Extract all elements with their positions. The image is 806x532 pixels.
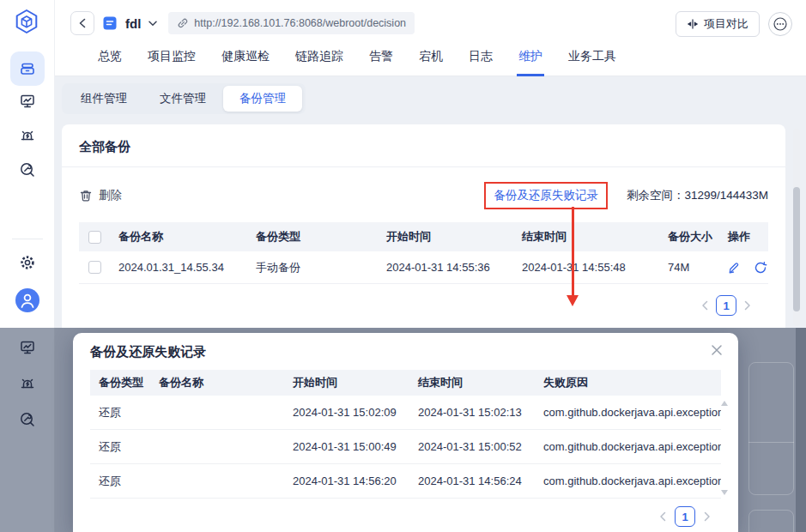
table-scroll-up-icon[interactable] — [721, 401, 728, 406]
subtab-file-mgmt[interactable]: 文件管理 — [143, 86, 222, 112]
row-checkbox[interactable] — [88, 261, 101, 274]
mcol-end-time: 结束时间 — [409, 375, 535, 390]
circle-ellipsis-icon — [773, 17, 787, 31]
mrow-reason: com.github.dockerjava.api.exception.... — [535, 440, 721, 453]
modal-table-header: 备份类型 备份名称 开始时间 结束时间 失败原因 — [90, 370, 721, 396]
gear-icon — [19, 254, 36, 271]
wrench-magnifier-icon — [19, 411, 36, 428]
sidebar-item-settings[interactable] — [19, 254, 36, 271]
col-backup-type: 备份类型 — [247, 229, 378, 245]
app-logo-icon — [13, 8, 40, 35]
tab-project-monitor[interactable]: 项目监控 — [146, 42, 197, 76]
select-all-checkbox[interactable] — [88, 231, 101, 244]
drawer-icon — [19, 60, 36, 77]
compare-button-label: 项目对比 — [704, 16, 748, 32]
mrow-start: 2024-01-31 14:56:20 — [284, 475, 409, 487]
backup-table-header: 备份名称 备份类型 开始时间 结束时间 备份大小 操作 — [79, 222, 768, 251]
modal-table-row: 还原 2024-01-31 14:56:20 2024-01-31 14:56:… — [90, 464, 721, 499]
tab-business-tools[interactable]: 业务工具 — [567, 42, 618, 76]
next-page-icon[interactable] — [744, 300, 751, 311]
tab-overview[interactable]: 总览 — [96, 42, 124, 76]
sidebar-divider — [12, 239, 43, 239]
sidebar-item-backup-active[interactable] — [10, 51, 45, 86]
sidebar-item-tools[interactable] — [19, 161, 36, 178]
secondary-tabs: 组件管理 文件管理 备份管理 — [62, 83, 306, 114]
panel-title: 全部备份 — [62, 124, 785, 166]
project-compare-button[interactable]: 项目对比 — [676, 11, 760, 37]
project-url[interactable]: http://192.168.101.76:8068/webroot/decis… — [168, 12, 415, 34]
sidebar-item-alarm[interactable] — [19, 127, 36, 144]
sidebar-item-monitor[interactable] — [19, 93, 36, 110]
modal-title: 备份及还原失败记录 — [90, 344, 206, 359]
modal-pagination: 1 — [659, 506, 711, 527]
project-dropdown-chevron-icon[interactable] — [148, 21, 157, 27]
row-backup-type: 手动备份 — [247, 260, 378, 275]
main-page: fdl http://192.168.101.76:8068/webroot/d… — [0, 0, 806, 328]
backup-pagination: 1 — [96, 295, 751, 316]
user-avatar[interactable] — [15, 288, 39, 312]
project-name[interactable]: fdl — [125, 16, 141, 31]
dimmed-scrollbar — [796, 328, 806, 532]
chevron-left-icon — [78, 18, 87, 28]
mrow-reason: com.github.dockerjava.api.exception.... — [535, 475, 721, 487]
url-text: http://192.168.101.76:8068/webroot/decis… — [194, 17, 406, 29]
tab-downtime[interactable]: 宕机 — [417, 42, 445, 76]
delete-button-label: 删除 — [99, 188, 122, 203]
close-icon[interactable] — [711, 344, 723, 356]
person-icon — [15, 288, 39, 312]
next-page-icon[interactable] — [704, 511, 711, 522]
prev-page-icon[interactable] — [701, 300, 708, 311]
fail-records-link[interactable]: 备份及还原失败记录 — [484, 182, 608, 209]
trash-icon — [79, 189, 93, 203]
fail-records-modal: 备份及还原失败记录 备份类型 备份名称 开始时间 结束时间 失败原因 还原 20… — [73, 333, 738, 532]
mrow-type: 还原 — [90, 474, 150, 489]
mrow-reason: com.github.dockerjava.api.exception.... — [535, 406, 721, 419]
subtab-backup-mgmt[interactable]: 备份管理 — [223, 86, 302, 112]
row-start-time: 2024-01-31 14:55:36 — [378, 261, 513, 274]
tab-trace[interactable]: 链路追踪 — [294, 42, 345, 76]
more-options-button[interactable] — [768, 12, 792, 36]
table-scroll-down-icon[interactable] — [721, 490, 728, 495]
mrow-type: 还原 — [90, 439, 150, 455]
tab-health-check[interactable]: 健康巡检 — [220, 42, 271, 76]
back-button[interactable] — [70, 11, 94, 35]
row-backup-name: 2024.01.31_14.55.34 — [110, 261, 247, 274]
annotation-arrow-head — [567, 295, 579, 306]
dimmed-page-panel — [748, 362, 794, 495]
document-icon — [102, 15, 118, 31]
row-end-time: 2024-01-31 14:55:48 — [513, 261, 659, 274]
mrow-end: 2024-01-31 15:00:52 — [409, 440, 535, 453]
dimmed-page-panel — [748, 510, 794, 532]
app-sidebar — [0, 0, 55, 328]
tab-log[interactable]: 日志 — [467, 42, 494, 76]
mrow-end: 2024-01-31 15:02:13 — [409, 406, 535, 419]
tab-maintenance[interactable]: 维护 — [517, 42, 544, 76]
backup-table: 备份名称 备份类型 开始时间 结束时间 备份大小 操作 2024.01.31_1… — [79, 222, 768, 316]
col-end-time: 结束时间 — [513, 229, 659, 245]
monitor-chart-icon — [19, 339, 36, 356]
edit-icon[interactable] — [728, 261, 742, 275]
modal-current-page[interactable]: 1 — [675, 506, 695, 527]
restore-icon[interactable] — [754, 261, 767, 275]
mrow-start: 2024-01-31 15:00:49 — [284, 440, 409, 453]
page-scrollbar-track[interactable] — [793, 129, 800, 326]
mcol-backup-name: 备份名称 — [150, 375, 284, 390]
row-backup-size: 74M — [659, 261, 719, 274]
modal-table-row: 还原 2024-01-31 15:02:09 2024-01-31 15:02:… — [90, 396, 721, 430]
page-header: fdl http://192.168.101.76:8068/webroot/d… — [55, 0, 806, 76]
prev-page-icon[interactable] — [659, 511, 666, 522]
tab-alert[interactable]: 告警 — [367, 42, 395, 76]
remaining-space: 剩余空间：31299/144433M — [627, 188, 768, 203]
fail-records-table: 备份类型 备份名称 开始时间 结束时间 失败原因 还原 2024-01-31 1… — [90, 370, 721, 499]
mrow-end: 2024-01-31 14:56:24 — [409, 475, 535, 487]
remaining-space-label: 剩余空间： — [627, 189, 685, 202]
mrow-type: 还原 — [90, 405, 150, 420]
page-scrollbar-thumb[interactable] — [793, 187, 800, 311]
dimmed-sidebar — [0, 328, 55, 532]
compare-icon — [687, 19, 699, 29]
delete-button[interactable]: 删除 — [79, 188, 122, 203]
wrench-magnifier-icon — [19, 161, 36, 178]
subtab-component-mgmt[interactable]: 组件管理 — [64, 86, 143, 112]
alarm-siren-icon — [19, 127, 36, 144]
current-page[interactable]: 1 — [716, 295, 736, 316]
